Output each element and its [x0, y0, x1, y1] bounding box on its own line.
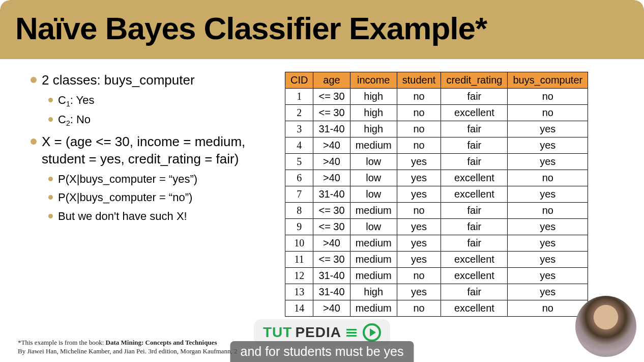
table-cell: <= 30 [313, 219, 350, 235]
table-cell: excellent [441, 300, 508, 317]
c-subscript: 2 [66, 120, 70, 128]
logo-pedia-text: PEDIA [295, 324, 341, 341]
table-cell: excellent [441, 105, 508, 121]
data-table: CID age income student credit_rating buy… [285, 72, 588, 317]
table-cell: >40 [313, 170, 350, 186]
table-cell: no [397, 300, 441, 317]
table-cell: 11 [285, 252, 313, 268]
table-cell: medium [350, 203, 397, 219]
table-cell: excellent [441, 268, 508, 284]
table-cell: yes [508, 284, 588, 300]
table-cell: medium [350, 252, 397, 268]
bullet-icon [48, 214, 53, 218]
table-cell: excellent [441, 170, 508, 186]
table-cell: medium [350, 235, 397, 252]
bullet-text: C2: No [58, 113, 91, 128]
table-cell: 4 [285, 137, 313, 154]
table-cell: yes [508, 219, 588, 235]
bullet-icon [48, 177, 53, 181]
footnote-text: *This example is from the book: [18, 339, 106, 346]
bullet-icon [48, 117, 53, 122]
table-cell: high [350, 121, 397, 137]
table-row: 4>40mediumnofairyes [285, 137, 588, 154]
logo-tut-text: TUT [263, 324, 292, 341]
table-cell: yes [397, 219, 441, 235]
bullet-classes: 2 classes: buys_computer [31, 72, 275, 89]
table-row: 5>40lowyesfairyes [285, 154, 588, 170]
table-row: 9<= 30lowyesfairyes [285, 219, 588, 235]
table-cell: 31-40 [313, 121, 350, 137]
table-row: 6>40lowyesexcellentno [285, 170, 588, 186]
page-title: Naïve Bayes Classifier Example* [15, 10, 629, 46]
table-cell: yes [397, 284, 441, 300]
table-row: 14>40mediumnoexcellentno [285, 300, 588, 317]
table-cell: 12 [285, 268, 313, 284]
table-body: 1<= 30highnofairno2<= 30highnoexcellentn… [285, 89, 588, 317]
footnote-line2: By Jiawei Han, Micheline Kamber, and Jia… [18, 347, 237, 356]
table-cell: 31-40 [313, 268, 350, 284]
table-cell: no [508, 300, 588, 317]
table-cell: no [397, 121, 441, 137]
title-bar: Naïve Bayes Classifier Example* [0, 0, 644, 59]
table-cell: 31-40 [313, 284, 350, 300]
th-credit: credit_rating [441, 72, 508, 89]
table-row: 1231-40mediumnoexcellentyes [285, 268, 588, 284]
table-cell: <= 30 [313, 203, 350, 219]
table-cell: yes [508, 121, 588, 137]
bullet-text: 2 classes: buys_computer [42, 72, 195, 89]
table-cell: yes [397, 252, 441, 268]
bullet-px-yes: P(X|buys_computer = “yes”) [48, 172, 275, 187]
table-cell: fair [441, 89, 508, 105]
th-buys: buys_computer [508, 72, 588, 89]
table-cell: no [397, 268, 441, 284]
footnote: *This example is from the book: Data Min… [18, 339, 237, 356]
table-cell: high [350, 284, 397, 300]
table-cell: <= 30 [313, 105, 350, 121]
bullet-c1: C1: Yes [48, 93, 275, 109]
bullets-panel: 2 classes: buys_computer C1: Yes C2: No … [31, 72, 285, 317]
table-cell: 31-40 [313, 186, 350, 203]
table-cell: medium [350, 300, 397, 317]
table-cell: <= 30 [313, 252, 350, 268]
bullet-icon [31, 77, 37, 83]
table-cell: low [350, 219, 397, 235]
table-cell: fair [441, 219, 508, 235]
table-cell: yes [397, 235, 441, 252]
table-cell: 14 [285, 300, 313, 317]
table-cell: no [397, 89, 441, 105]
table-panel: CID age income student credit_rating buy… [285, 72, 588, 317]
table-cell: excellent [441, 252, 508, 268]
bullet-text: P(X|buys_computer = “yes”) [58, 172, 197, 187]
table-cell: >40 [313, 154, 350, 170]
table-cell: no [397, 137, 441, 154]
table-cell: 10 [285, 235, 313, 252]
bullet-text: But we don't have such X! [58, 209, 187, 224]
table-cell: excellent [441, 186, 508, 203]
bullet-c2: C2: No [48, 113, 275, 128]
table-cell: no [508, 105, 588, 121]
table-cell: 9 [285, 219, 313, 235]
table-cell: 8 [285, 203, 313, 219]
bullet-px-no: P(X|buys_computer = “no”) [48, 190, 275, 205]
table-cell: 5 [285, 154, 313, 170]
table-row: 2<= 30highnoexcellentno [285, 105, 588, 121]
table-cell: yes [508, 137, 588, 154]
caption-subtitle: and for students must be yes [230, 341, 414, 362]
table-cell: medium [350, 268, 397, 284]
bullet-but: But we don't have such X! [48, 209, 275, 224]
c-label: C [58, 94, 66, 106]
footnote-line1: *This example is from the book: Data Min… [18, 339, 237, 347]
table-cell: fair [441, 154, 508, 170]
bullet-text: P(X|buys_computer = “no”) [58, 190, 192, 205]
table-cell: 13 [285, 284, 313, 300]
c-subscript: 1 [66, 100, 70, 108]
table-cell: yes [508, 252, 588, 268]
play-icon [363, 323, 381, 342]
bullet-text: C1: Yes [58, 93, 94, 109]
th-student: student [397, 72, 441, 89]
table-cell: fair [441, 235, 508, 252]
bullet-icon [31, 138, 37, 145]
table-row: 8<= 30mediumnofairno [285, 203, 588, 219]
table-row: 331-40highnofairyes [285, 121, 588, 137]
table-cell: no [508, 203, 588, 219]
